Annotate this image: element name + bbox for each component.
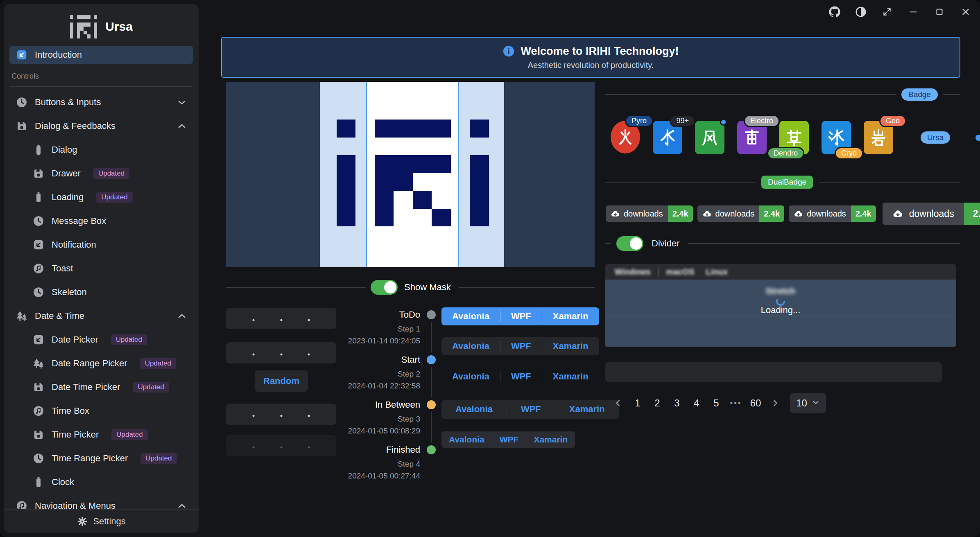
show-mask-toggle[interactable]: [371, 280, 398, 295]
group-button-wpf[interactable]: WPF: [492, 431, 526, 448]
logo-pixel: [84, 23, 87, 27]
logo-pixel: [77, 31, 80, 35]
sidebar-item-message-box[interactable]: Message Box: [9, 212, 193, 230]
button-groups: AvaloniaWPFXamarinAvaloniaWPFXamarinAval…: [441, 307, 605, 471]
logo-pixel: [70, 27, 73, 31]
divider-line: [226, 287, 366, 288]
clock-icon: [32, 286, 45, 298]
close-button[interactable]: [958, 4, 973, 20]
sidebar-group-buttons-inputs[interactable]: Buttons & Inputs: [9, 93, 193, 111]
sidebar-item-date-picker[interactable]: Date PickerUpdated: [9, 331, 193, 349]
group-button-xamarin[interactable]: Xamarin: [526, 431, 575, 448]
downloads-badges-row: downloads2.4kdownloads2.4kdownloads2.4kd…: [606, 203, 960, 225]
arrow-square-icon: [32, 239, 45, 251]
sidebar-item-time-picker[interactable]: Time PickerUpdated: [9, 426, 193, 444]
arrow-square-icon: [32, 334, 45, 346]
pagination-page-60[interactable]: 60: [746, 393, 765, 413]
pagination-prev-button[interactable]: [608, 393, 628, 413]
loading-tab-macos[interactable]: macOS: [661, 267, 700, 277]
group-button-xamarin[interactable]: Xamarin: [542, 368, 599, 385]
theme-toggle-button[interactable]: [853, 4, 869, 20]
logo-pixel: [375, 173, 394, 191]
ip-separator-dot: [280, 354, 282, 356]
sidebar-item-introduction[interactable]: Introduction: [9, 46, 193, 64]
random-button[interactable]: Random: [255, 370, 308, 392]
stretch-label: Stretch: [605, 286, 956, 296]
group-button-avalonia[interactable]: Avalonia: [441, 307, 500, 325]
loading-tab-linux[interactable]: Linux: [700, 267, 733, 277]
sidebar-group-dialog-feedbacks[interactable]: Dialog & Feedbacks: [9, 117, 193, 135]
sidebar-item-loading[interactable]: LoadingUpdated: [9, 188, 193, 206]
sidebar-item-label: Time Box: [52, 406, 89, 416]
downloads-label-segment: downloads: [697, 205, 760, 222]
downloads-count: 2.4k: [964, 203, 980, 225]
sidebar-item-date-range-picker[interactable]: Date Range PickerUpdated: [9, 354, 193, 372]
group-button-xamarin[interactable]: Xamarin: [542, 307, 599, 325]
pagination-page-1[interactable]: 1: [628, 393, 647, 413]
logo-pixel: [87, 34, 90, 38]
sidebar-item-dialog[interactable]: Dialog: [9, 141, 193, 159]
logo-pixel: [70, 15, 73, 19]
dual-badge-downloads: downloads2.4k: [606, 205, 693, 222]
expand-button[interactable]: [879, 4, 895, 20]
group-button-wpf[interactable]: WPF: [500, 337, 542, 355]
pagination-page-5[interactable]: 5: [706, 393, 726, 413]
ip-separator-dot: [308, 354, 310, 356]
button-group-solid: AvaloniaWPFXamarin: [441, 307, 599, 325]
group-button-wpf[interactable]: WPF: [500, 307, 542, 325]
group-button-avalonia[interactable]: Avalonia: [441, 400, 507, 419]
group-button-wpf[interactable]: WPF: [507, 400, 555, 419]
page-size-select[interactable]: 10: [790, 393, 826, 413]
timeline-dot: [427, 355, 436, 364]
pagination-page-2[interactable]: 2: [647, 393, 667, 413]
sidebar-item-time-range-picker[interactable]: Time Range PickerUpdated: [9, 449, 193, 467]
sidebar-item-label: Skeleton: [52, 287, 87, 298]
sidebar-group-date-time[interactable]: Date & Time: [9, 307, 193, 325]
divider-toggle[interactable]: [616, 236, 643, 251]
sidebar-item-skeleton[interactable]: Skeleton: [9, 283, 193, 301]
downloads-label: downloads: [909, 208, 954, 219]
maximize-button[interactable]: [932, 4, 947, 20]
expand-arrows-icon: [882, 7, 892, 17]
pagination-page-3[interactable]: 3: [667, 393, 687, 413]
sidebar-group-label: Dialog & Feedbacks: [35, 121, 115, 131]
sidebar-item-label: Notification: [52, 239, 96, 250]
minimize-button[interactable]: [905, 4, 921, 20]
downloads-label-segment: downloads: [883, 203, 964, 225]
badge-tile-water: 99+: [653, 121, 682, 154]
settings-button[interactable]: Settings: [4, 509, 199, 533]
badge-tile-ice: Cryo: [822, 121, 851, 154]
divider-line: [459, 287, 595, 288]
sidebar-item-notification[interactable]: Notification: [9, 236, 193, 254]
trees-icon: [16, 310, 28, 322]
group-button-avalonia[interactable]: Avalonia: [441, 368, 500, 385]
sidebar-menu[interactable]: IntroductionControlsButtons & InputsDial…: [4, 46, 199, 533]
pagination-page-4[interactable]: 4: [687, 393, 706, 413]
group-button-avalonia[interactable]: Avalonia: [441, 337, 500, 355]
sidebar-item-drawer[interactable]: DrawerUpdated: [9, 165, 193, 183]
logo-pixel: [413, 191, 432, 209]
loading-tab-windows[interactable]: Windows: [609, 267, 656, 277]
badge-section-pill: Badge: [901, 88, 938, 101]
sidebar-item-clock[interactable]: Clock: [9, 473, 193, 491]
badge-pill-ursa: Ursa: [921, 131, 950, 144]
welcome-banner: Welcome to IRIHI Technology! Aesthetic r…: [221, 37, 960, 78]
github-button[interactable]: [827, 4, 842, 20]
group-button-avalonia[interactable]: Avalonia: [441, 431, 492, 448]
updated-badge: Updated: [96, 192, 132, 203]
group-button-wpf[interactable]: WPF: [500, 368, 542, 385]
logo-pixel: [470, 120, 489, 138]
cloud-download-icon: [702, 209, 712, 219]
logo-pixel: [70, 34, 73, 38]
sidebar-item-time-box[interactable]: Time Box: [9, 402, 193, 420]
timeline-time: 2024-01-05 00:27:44: [315, 471, 420, 481]
timeline-connector: [431, 322, 432, 352]
sidebar-item-date-time-picker[interactable]: Date Time PickerUpdated: [9, 378, 193, 396]
sidebar-item-toast[interactable]: Toast: [9, 259, 193, 278]
button-group-dark-large: AvaloniaWPFXamarin: [441, 400, 619, 419]
button-group-compact: AvaloniaWPFXamarin: [441, 431, 575, 448]
logo-pixel: [70, 23, 73, 27]
cloud-download-icon: [892, 208, 903, 219]
group-button-xamarin[interactable]: Xamarin: [542, 337, 599, 355]
pagination-next-button[interactable]: [765, 393, 785, 413]
